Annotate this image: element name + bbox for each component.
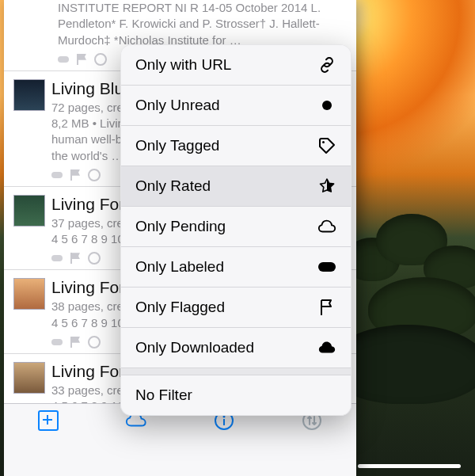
label-pill-icon [317, 257, 336, 276]
dot-filled-icon [317, 96, 336, 115]
label-pill-icon [58, 56, 69, 63]
label-pill-icon [51, 172, 63, 178]
filter-only-downloaded[interactable]: Only Downloaded [121, 328, 351, 368]
menu-label: Only with URL [135, 56, 231, 74]
menu-label: No Filter [135, 387, 192, 404]
star-half-icon [317, 177, 336, 196]
menu-label: Only Downloaded [135, 339, 254, 356]
toolbar-spacer [4, 437, 356, 476]
menu-label: Only Unread [135, 97, 220, 114]
tag-icon [317, 136, 336, 155]
thumbnail [13, 195, 45, 227]
cloud-outline-icon [317, 217, 336, 236]
filter-only-unread[interactable]: Only Unread [121, 86, 351, 126]
thumbnail [13, 362, 45, 394]
filter-only-with-url[interactable]: Only with URL [121, 45, 351, 86]
filter-no-filter[interactable]: No Filter [121, 375, 351, 415]
menu-label: Only Tagged [135, 137, 219, 154]
thumbnail [13, 278, 45, 310]
flag-icon [70, 169, 80, 181]
thumbnail [13, 79, 45, 111]
item-meta: INSTITUTE REPORT NI R 14-05 October 2014… [58, 0, 347, 48]
menu-separator [121, 368, 351, 375]
menu-label: Only Pending [135, 218, 226, 235]
svg-rect-2 [223, 419, 225, 425]
flag-icon [70, 253, 80, 264]
filter-only-rated[interactable]: Only Rated [121, 166, 351, 207]
filter-only-tagged[interactable]: Only Tagged [121, 126, 351, 166]
filter-only-labeled[interactable]: Only Labeled [121, 247, 351, 288]
home-indicator [358, 464, 461, 468]
add-button[interactable] [37, 409, 59, 432]
link-icon [317, 55, 336, 74]
menu-label: Only Flagged [135, 299, 225, 316]
menu-label: Only Labeled [135, 258, 224, 276]
filter-popover: Only with URL Only Unread Only Tagged On… [120, 44, 352, 416]
status-circle-icon [88, 336, 101, 348]
label-pill-icon [51, 339, 63, 345]
svg-point-4 [322, 141, 325, 143]
filter-only-pending[interactable]: Only Pending [121, 207, 351, 247]
filter-only-flagged[interactable]: Only Flagged [121, 288, 351, 328]
blank-icon [317, 386, 336, 405]
flag-outline-icon [317, 298, 336, 317]
label-pill-icon [51, 255, 63, 261]
flag-icon [77, 54, 86, 65]
status-circle-icon [88, 252, 101, 265]
cloud-filled-icon [317, 338, 336, 357]
flag-icon [70, 337, 80, 348]
status-circle-icon [88, 169, 101, 181]
plus-box-icon [38, 410, 59, 431]
status-circle-icon [94, 53, 107, 66]
menu-label: Only Rated [135, 177, 211, 195]
